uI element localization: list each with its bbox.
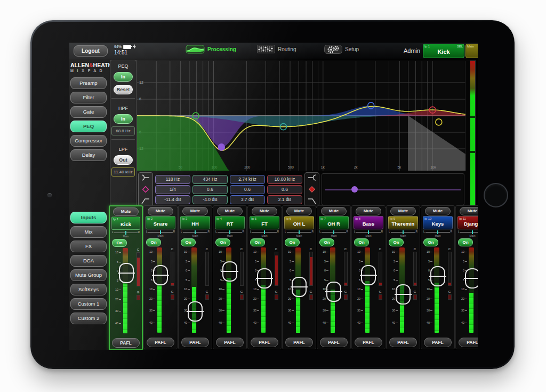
pafl-button[interactable]: PAFL <box>389 338 417 347</box>
channel-name-box[interactable]: Ip 7OH R <box>319 216 349 229</box>
fader-knob[interactable] <box>465 268 478 289</box>
mute-button[interactable]: Mute <box>460 207 478 215</box>
hpf-in-button[interactable]: In <box>114 114 133 124</box>
mute-button[interactable]: Mute <box>148 207 173 215</box>
band-4-gain-value[interactable]: 2.1 dB <box>267 195 302 204</box>
fader-knob[interactable] <box>326 282 341 302</box>
mute-button[interactable]: Mute <box>252 207 277 215</box>
channel-strip-oh-l[interactable]: MuteIp 6OH LLRMainOn1050510203040CGPAFL <box>282 205 316 349</box>
on-button[interactable]: On <box>458 238 473 246</box>
pafl-button[interactable]: PAFL <box>320 338 348 347</box>
channel-name-box[interactable]: Ip 11Django <box>457 216 478 229</box>
logout-button[interactable]: Logout <box>74 45 108 57</box>
on-button[interactable]: On <box>181 238 196 246</box>
mixer-menu-item-fx[interactable]: FX <box>70 241 107 252</box>
band-2-gain-value[interactable]: -4.0 dB <box>192 195 228 204</box>
pan-control[interactable]: LRMain <box>458 230 478 237</box>
fader-knob[interactable] <box>119 263 134 283</box>
channel-name-box[interactable]: Ip 9Theremin <box>388 216 418 229</box>
lpf-frequency-value[interactable]: 11.40 kHz <box>111 167 135 177</box>
pan-control[interactable]: LRMain <box>215 230 244 237</box>
pafl-button[interactable]: PAFL <box>147 338 174 347</box>
mixer-menu-item-dca[interactable]: DCA <box>70 255 107 267</box>
fader-knob[interactable] <box>292 277 307 297</box>
channel-strip-snare[interactable]: MuteIp 2SnareLRMainOn1050510203040CGPAFL <box>143 205 178 349</box>
on-button[interactable]: On <box>146 238 161 246</box>
pafl-button[interactable]: PAFL <box>355 338 382 347</box>
band-width-slider[interactable] <box>322 173 464 205</box>
pan-control[interactable]: LRMain <box>354 230 383 237</box>
fader-knob[interactable] <box>396 284 411 305</box>
pafl-button[interactable]: PAFL <box>181 338 209 347</box>
channel-name-box[interactable]: Ip 1Kick <box>111 217 140 230</box>
pan-control[interactable]: LRMain <box>181 230 210 237</box>
band-1-frequency-value[interactable]: 118 Hz <box>155 175 190 184</box>
band-1-gain-value[interactable]: -11.4 dB <box>155 195 190 204</box>
mute-button[interactable]: Mute <box>425 207 451 215</box>
channel-name-box[interactable]: Ip 4RT <box>215 216 245 229</box>
processing-menu-item-peq[interactable]: PEQ <box>70 121 107 132</box>
pafl-button[interactable]: PAFL <box>216 338 244 347</box>
on-button[interactable]: On <box>112 239 127 247</box>
on-button[interactable]: On <box>285 238 300 246</box>
fader-knob[interactable] <box>257 268 272 289</box>
fader-knob[interactable] <box>361 265 376 285</box>
pan-control[interactable]: LRMain <box>423 230 452 237</box>
channel-strip-keys[interactable]: MuteIp 10KeysLRMainOn1050510203040CGPAFL <box>421 205 455 349</box>
mixer-menu-item-softkeys[interactable]: SoftKeys <box>70 284 107 295</box>
mute-button[interactable]: Mute <box>321 207 347 215</box>
tab-processing[interactable]: Processing <box>186 45 236 54</box>
channel-name-box[interactable]: Ip 6OH L <box>284 216 314 229</box>
mute-button[interactable]: Mute <box>113 207 139 216</box>
mute-button[interactable]: Mute <box>356 207 381 215</box>
pafl-button[interactable]: PAFL <box>459 338 478 347</box>
pafl-button[interactable]: PAFL <box>251 338 278 347</box>
on-button[interactable]: On <box>250 238 265 246</box>
pan-control[interactable]: LRMain <box>319 230 348 237</box>
mixer-menu-item-mix[interactable]: Mix <box>70 226 107 238</box>
peq-in-button[interactable]: In <box>114 72 133 82</box>
mute-button[interactable]: Mute <box>286 207 312 215</box>
home-button[interactable] <box>484 183 508 207</box>
mute-button[interactable]: Mute <box>182 207 208 215</box>
band-3-width-value[interactable]: 0.6 <box>230 185 265 194</box>
channel-strip-theremin[interactable]: MuteIp 9ThereminLRMainOn1050510203040CGP… <box>386 205 420 349</box>
hpf-frequency-value[interactable]: 68.8 Hz <box>111 126 135 135</box>
on-button[interactable]: On <box>354 238 369 246</box>
selected-channel-badge[interactable]: Ip 1 SEL Kick <box>423 44 464 58</box>
fader-knob[interactable] <box>188 301 203 322</box>
processing-menu-item-delay[interactable]: Delay <box>70 149 107 161</box>
pan-control[interactable]: LRMain <box>112 230 140 237</box>
on-button[interactable]: On <box>319 238 334 246</box>
processing-menu-item-gate[interactable]: Gate <box>70 106 107 118</box>
pan-control[interactable]: LRMain <box>146 230 175 237</box>
channel-name-box[interactable]: Ip 10Keys <box>423 216 453 229</box>
on-button[interactable]: On <box>215 238 230 246</box>
mixer-menu-item-custom-2[interactable]: Custom 2 <box>70 313 107 324</box>
fader-knob[interactable] <box>153 265 168 285</box>
processing-menu-item-compressor[interactable]: Compressor <box>70 135 107 147</box>
channel-name-box[interactable]: Ip 8Bass <box>354 216 383 229</box>
channel-strip-bass[interactable]: MuteIp 8BassLRMainOn1050510203040CGPAFL <box>351 205 386 349</box>
mix-badge[interactable]: Main MIX <box>465 44 478 58</box>
band-1-marker[interactable] <box>218 144 224 150</box>
pafl-button[interactable]: PAFL <box>424 338 452 347</box>
band-4-width-value[interactable]: 0.6 <box>267 185 302 194</box>
mixer-menu-item-custom-1[interactable]: Custom 1 <box>70 298 107 310</box>
eq-graph[interactable]: 126612501002005001k2k5k10k <box>137 61 465 171</box>
mixer-menu-item-inputs[interactable]: Inputs <box>70 212 107 223</box>
processing-menu-item-filter[interactable]: Filter <box>70 92 107 103</box>
pan-control[interactable]: LRMain <box>285 230 314 237</box>
band-2-width-value[interactable]: 0.6 <box>192 185 228 194</box>
pafl-button[interactable]: PAFL <box>285 338 313 347</box>
mixer-menu-item-mute-group[interactable]: Mute Group <box>70 269 107 281</box>
channel-strip-ft[interactable]: MuteIp 5FTLRMainOn1050510203040CGPAFL <box>247 205 282 349</box>
peq-reset-button[interactable]: Reset <box>114 85 133 94</box>
slider-handle[interactable] <box>351 186 358 193</box>
band-3-gain-value[interactable]: 3.7 dB <box>230 195 265 204</box>
pafl-button[interactable]: PAFL <box>112 338 140 348</box>
tab-setup[interactable]: Setup <box>324 45 359 54</box>
channel-strip-oh-r[interactable]: MuteIp 7OH RLRMainOn1050510203040CGPAFL <box>317 205 351 349</box>
channel-strip-rt[interactable]: MuteIp 4RTLRMainOn1050510203040CGPAFL <box>213 205 247 349</box>
band-1-width-value[interactable]: 1/4 <box>155 185 190 194</box>
